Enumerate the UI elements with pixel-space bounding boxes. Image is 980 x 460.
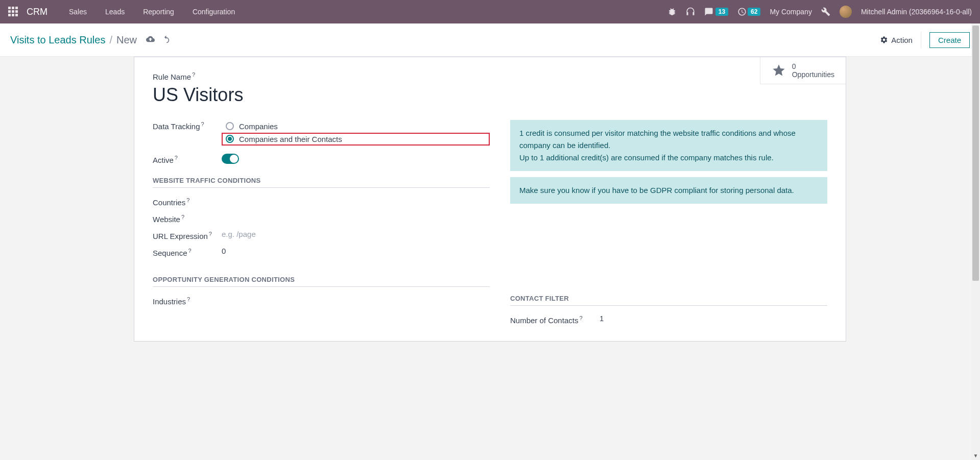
app-name[interactable]: CRM [27,7,47,17]
cloud-save-icon[interactable] [146,34,155,46]
field-website: Website? [153,213,490,224]
clock-icon[interactable]: 62 [737,7,760,16]
messages-badge: 13 [715,8,728,16]
messages-icon[interactable]: 13 [704,7,728,16]
radio-circle-checked-icon [226,135,234,143]
field-active: Active? [153,154,490,164]
company-selector[interactable]: My Company [770,8,811,16]
section-contact-title: CONTACT FILTER [510,295,827,306]
breadcrumb-actions: Action Create [880,32,970,48]
radio-companies-contacts-label: Companies and their Contacts [239,135,342,143]
radio-companies-label: Companies [239,122,278,131]
breadcrumb-current: New [116,34,137,46]
section-traffic-title: WEBSITE TRAFFIC CONDITIONS [153,177,490,188]
create-button[interactable]: Create [929,32,970,48]
field-num-contacts: Number of Contacts? 1 [510,314,827,325]
apps-grid-icon[interactable] [8,7,18,17]
radio-companies[interactable]: Companies [222,120,490,133]
col-right: 1 credit is consumed per visitor matchin… [510,120,827,331]
radio-circle-icon [226,122,234,130]
breadcrumb: Visits to Leads Rules / New [10,34,171,46]
breadcrumb-parent[interactable]: Visits to Leads Rules [10,34,105,46]
top-navigation: CRM Sales Leads Reporting Configuration … [0,0,980,23]
stat-text: 0 Opportunities [792,62,834,79]
nav-leads[interactable]: Leads [98,8,132,16]
topnav-left: CRM Sales Leads Reporting Configuration [8,7,242,17]
headset-icon[interactable] [686,7,695,16]
field-url-expression: URL Expression? e.g. /page [153,230,490,240]
col-left: Data Tracking? Companies Companies and t… [153,120,490,331]
help-icon[interactable]: ? [187,296,190,302]
rule-name-label: Rule Name? [153,71,827,81]
help-icon[interactable]: ? [579,315,582,321]
stat-label: Opportunities [792,70,834,79]
rule-name-input[interactable]: US Visitors [153,84,827,106]
clock-badge: 62 [748,8,760,16]
tools-icon[interactable] [821,7,830,16]
form-sheet: 0 Opportunities Rule Name? US Visitors D… [134,57,846,342]
active-toggle[interactable] [222,154,239,164]
bug-icon[interactable] [667,7,677,16]
field-countries: Countries? [153,196,490,207]
section-opp-title: OPPORTUNITY GENERATION CONDITIONS [153,276,490,287]
stat-count: 0 [792,62,834,70]
breadcrumb-sep: / [109,34,112,46]
divider [921,32,921,48]
num-contacts-input[interactable]: 1 [600,314,604,323]
url-expr-input[interactable]: e.g. /page [222,230,256,238]
alert-credits: 1 credit is consumed per visitor matchin… [510,120,827,171]
nav-configuration[interactable]: Configuration [185,8,242,16]
action-menu[interactable]: Action [880,36,913,44]
user-name[interactable]: Mitchell Admin (20366964-16-0-all) [861,8,972,16]
help-icon[interactable]: ? [186,197,189,203]
topnav-right: 13 62 My Company Mitchell Admin (2036696… [667,6,972,18]
content-wrap: 0 Opportunities Rule Name? US Visitors D… [0,57,980,362]
field-data-tracking: Data Tracking? Companies Companies and t… [153,120,490,146]
form-columns: Data Tracking? Companies Companies and t… [153,120,827,331]
action-label: Action [891,36,913,44]
field-industries: Industries? [153,295,490,306]
star-icon [772,63,786,78]
help-icon[interactable]: ? [209,231,212,237]
field-sequence: Sequence? 0 [153,247,490,257]
alert-gdpr: Make sure you know if you have to be GDP… [510,177,827,204]
sequence-input[interactable]: 0 [222,247,226,255]
help-icon[interactable]: ? [188,248,192,254]
help-icon[interactable]: ? [201,121,204,127]
scroll-thumb[interactable] [972,26,979,281]
help-icon[interactable]: ? [175,155,178,161]
nav-reporting[interactable]: Reporting [136,8,181,16]
help-icon[interactable]: ? [192,71,195,78]
breadcrumb-bar: Visits to Leads Rules / New Action Creat… [0,23,980,57]
nav-sales[interactable]: Sales [62,8,94,16]
discard-icon[interactable] [162,34,171,46]
user-avatar[interactable] [840,6,852,18]
scrollbar[interactable]: ▲ ▼ [971,23,980,362]
form-inner: Rule Name? US Visitors Data Tracking? Co… [134,57,846,341]
help-icon[interactable]: ? [181,214,184,220]
radio-companies-contacts[interactable]: Companies and their Contacts [222,133,490,146]
stat-opportunities[interactable]: 0 Opportunities [760,57,846,84]
